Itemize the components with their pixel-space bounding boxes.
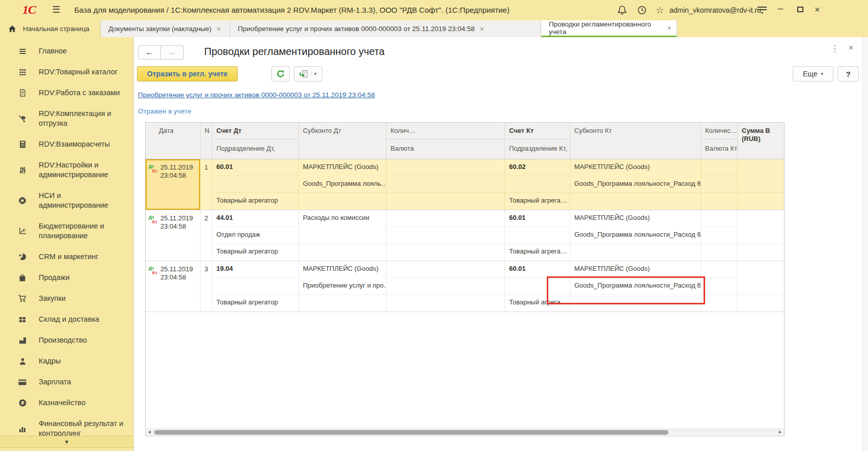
quantity-dt-cell[interactable] <box>386 261 505 312</box>
row-number-cell[interactable]: 2 <box>201 210 212 261</box>
scrollbar-thumb[interactable] <box>154 430 668 435</box>
column-header-quantity-kt[interactable]: Количес… Валюта Кт <box>701 123 738 159</box>
notifications-bell-icon[interactable] <box>617 5 628 16</box>
column-header-n[interactable]: N <box>201 123 212 159</box>
scroll-left-arrow[interactable] <box>146 429 153 435</box>
scroll-right-arrow[interactable] <box>776 429 783 435</box>
sidebar-scroll-down[interactable]: ▼ <box>0 436 133 448</box>
sidebar-item-budgeting[interactable]: ₽ Бюджетирование и планирование <box>0 216 133 246</box>
main-menu-icon[interactable]: ▾ <box>758 7 767 14</box>
posting-date: 25.11.2019 <box>160 265 193 273</box>
catalog-grid-icon <box>17 69 28 76</box>
column-header-quantity-dt[interactable]: Колич… Валюта <box>386 123 505 159</box>
forward-button[interactable]: → <box>161 45 184 60</box>
column-header-debit-subconto[interactable]: Субконто Дт <box>299 123 386 159</box>
close-window-button[interactable]: × <box>815 5 820 15</box>
sidebar-item-rdv-catalog[interactable]: RDV:Товарный каталог <box>0 62 133 82</box>
sidebar-item-production[interactable]: Производство <box>0 330 133 351</box>
vertical-scrollbar[interactable] <box>862 37 868 451</box>
form-close-icon[interactable]: × <box>849 43 853 52</box>
tab-label: Начальная страница <box>23 25 90 33</box>
date-cell[interactable]: ДтКт 25.11.201923:04:58 <box>146 210 201 261</box>
back-button[interactable]: ← <box>138 45 161 60</box>
refresh-icon <box>276 69 285 78</box>
chevron-down-icon: ▾ <box>311 71 317 76</box>
sidebar-item-sales[interactable]: Продажи <box>0 267 133 288</box>
posting-date: 25.11.2019 <box>160 214 193 222</box>
favorites-star-icon[interactable]: ☆ <box>656 5 664 16</box>
quantity-dt-cell[interactable] <box>386 210 505 261</box>
tab-services-acquisition[interactable]: Приобретение услуг и прочих активов 0000… <box>230 20 541 37</box>
history-clock-icon[interactable] <box>637 5 648 16</box>
posting-time: 23:04:58 <box>160 172 193 180</box>
tab-close-icon[interactable]: × <box>667 24 671 32</box>
minimize-button[interactable]: – <box>778 3 783 14</box>
bar-chart-icon <box>17 425 28 432</box>
sidebar-item-hr[interactable]: Кадры <box>0 351 133 372</box>
sidebar-item-nsi-admin[interactable]: НСИ и администрирование <box>0 185 133 216</box>
plan-chart-icon: ₽ <box>17 228 28 235</box>
sidebar-item-treasury[interactable]: ₽ Казначейство <box>0 392 133 413</box>
column-header-date[interactable]: Дата <box>146 123 201 159</box>
amount-cell[interactable] <box>738 210 784 261</box>
amount-cell[interactable] <box>738 261 784 312</box>
quantity-kt-cell[interactable] <box>701 159 738 210</box>
tab-purchase-documents[interactable]: Документы закупки (накладные) × <box>101 20 230 37</box>
sidebar-item-payroll[interactable]: Зарплата <box>0 372 133 392</box>
more-button[interactable]: Еще▾ <box>793 66 833 81</box>
date-cell[interactable]: ДтКт 25.11.201923:04:58 <box>146 261 201 312</box>
debit-account-cell[interactable]: 19.04 Товарный агрегатор <box>212 261 299 312</box>
debit-subconto-cell[interactable]: МАРКЕТПЛЕЙС (Goods)Goods_Программа лояль… <box>299 159 386 210</box>
user-email[interactable]: admin_vkomratova@rdv-it.ru <box>669 0 761 20</box>
row-number-cell[interactable]: 1 <box>201 159 212 210</box>
dt-kt-marker-icon: ДтКт <box>149 215 157 261</box>
source-document-link[interactable]: Приобретение услуг и прочих активов 0000… <box>138 91 375 99</box>
sidebar-item-rdv-admin[interactable]: RDV:Настройки и администрирование <box>0 155 133 185</box>
form-more-commands-icon[interactable]: ⋮ <box>830 43 839 54</box>
person-icon <box>17 358 28 365</box>
refresh-button[interactable] <box>271 66 290 81</box>
credit-account-cell[interactable]: 60.02 Товарный агрега… <box>505 159 570 210</box>
date-cell[interactable]: ДтКт 25.11.201923:04:58 <box>146 159 201 210</box>
credit-subconto-cell[interactable]: МАРКЕТПЛЕЙС (Goods)Goods_Программа лояль… <box>570 159 701 210</box>
sidebar-item-rdv-shipping[interactable]: RDV:Комплектация и отгрузка <box>0 103 133 134</box>
dt-kt-marker-icon: ДтКт <box>149 164 157 210</box>
sidebar-item-crm[interactable]: CRM и маркетинг <box>0 246 133 267</box>
debit-account-cell[interactable]: 60.01 Товарный агрегатор <box>212 159 299 210</box>
column-header-debit-account[interactable]: Счет Дт Подразделение Дт, <box>212 123 299 159</box>
status-reflected-link[interactable]: Отражен в учете <box>138 107 191 115</box>
quantity-dt-cell[interactable] <box>386 159 505 210</box>
sidebar-item-warehouse[interactable]: Склад и доставка <box>0 309 133 330</box>
table-row[interactable]: ДтКт 25.11.201923:04:58 2 44.01 Отдел пр… <box>146 210 784 261</box>
debit-subconto-cell[interactable]: Расходы по комиссии <box>299 210 386 261</box>
maximize-button[interactable] <box>797 7 803 12</box>
hamburger-menu-icon[interactable]: ☰ <box>52 4 60 15</box>
amount-cell[interactable] <box>738 159 784 210</box>
sidebar-item-purchases[interactable]: Закупки <box>0 288 133 309</box>
table-header: Дата N Счет Дт Подразделение Дт, Субконт… <box>146 123 784 159</box>
debit-account-cell[interactable]: 44.01 Отдел продаж Товарный агрегатор <box>212 210 299 261</box>
ruble-coin-icon: ₽ <box>17 399 28 407</box>
sidebar-item-rdv-orders[interactable]: RDV:Работа с заказами <box>0 82 133 103</box>
column-header-amount[interactable]: Сумма В (RUB) <box>738 123 784 159</box>
reflect-variants-button[interactable]: ▾ <box>294 66 322 81</box>
quantity-kt-cell[interactable] <box>701 261 738 312</box>
credit-subconto-cell[interactable]: МАРКЕТПЛЕЙС (Goods)Goods_Программа лояль… <box>570 210 701 261</box>
tab-close-icon[interactable]: × <box>480 25 484 33</box>
credit-account-cell[interactable]: 60.01 Товарный агрега… <box>505 210 570 261</box>
tab-regulated-postings[interactable]: Проводки регламентированного учета × <box>541 20 677 37</box>
quantity-kt-cell[interactable] <box>701 210 738 261</box>
row-number-cell[interactable]: 3 <box>201 261 212 312</box>
reflect-in-accounting-button[interactable]: Отразить в регл. учете <box>137 66 238 81</box>
tab-home[interactable]: Начальная страница <box>0 20 101 37</box>
sidebar-item-main[interactable]: Главное <box>0 41 133 62</box>
help-button[interactable]: ? <box>837 66 859 81</box>
horizontal-scrollbar[interactable] <box>146 429 783 435</box>
tab-close-icon[interactable]: × <box>216 25 220 33</box>
debit-subconto-cell[interactable]: МАРКЕТПЛЕЙС (Goods)Приобретение услуг и … <box>299 261 386 312</box>
sidebar-item-rdv-settlements[interactable]: RDV:Взаиморасчеты <box>0 134 133 155</box>
handtruck-icon <box>17 115 28 123</box>
column-header-credit-account[interactable]: Счет Кт Подразделение Кт, <box>505 123 570 159</box>
column-header-credit-subconto[interactable]: Субконто Кт <box>570 123 701 159</box>
table-row[interactable]: ДтКт 25.11.201923:04:58 1 60.01 Товарный… <box>146 159 784 210</box>
